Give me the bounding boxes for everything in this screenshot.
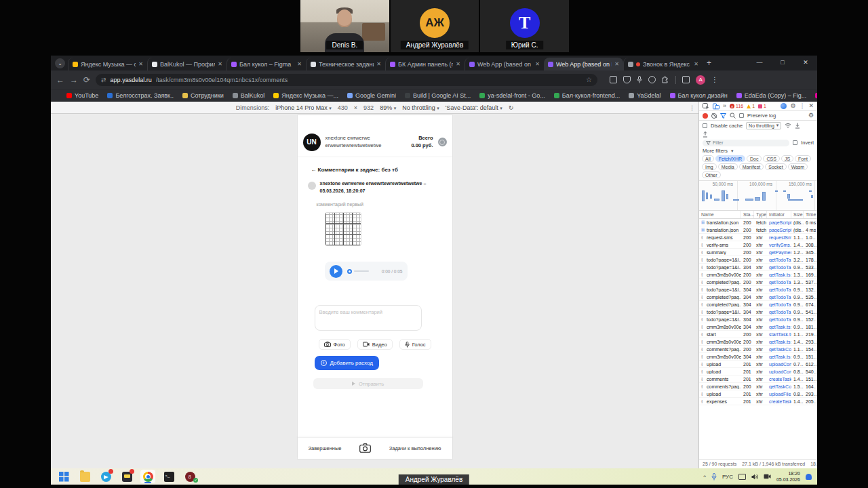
network-request-row[interactable]: start 200 xhr startTask.ts… 1.1… 219… [699,331,817,338]
throttling-select[interactable]: No throttling ▾ [402,104,439,111]
request-initiator[interactable]: getTodoTa… [767,317,791,322]
network-request-row[interactable]: cmm3m8s0v00e… 304 xhr getTask.ts:… 0.9… … [699,323,817,331]
browser-tab[interactable]: Web App (based on LiteF ✕ [465,58,544,70]
devtools-close-icon[interactable]: ✕ [808,103,814,109]
browser-tab[interactable]: Звонок в Яндекс Тел ✕ [623,58,703,70]
filter-chip[interactable]: Manifest [739,163,764,170]
network-request-row[interactable]: cmm3m8s0v00e… 200 xhr getTask.ts:… 1.3… … [699,271,817,279]
network-request-row[interactable]: completed?pag… 304 xhr getTodoTa… 0.9… 5… [699,293,817,301]
browser-tab[interactable]: Техническое задание: А ✕ [306,58,385,70]
record-icon[interactable] [703,113,708,119]
taskbar-app-button[interactable]: ✓ [56,470,71,483]
tab-close-icon[interactable]: ✕ [694,61,698,67]
network-request-row[interactable]: expenses 201 xhr createTask… 1.4… 205… [699,398,817,405]
participant-tile-initials[interactable]: T Юрий С. [480,0,569,52]
clock[interactable]: 18:20 05.03.2026 [776,470,800,483]
new-tab-button[interactable]: + [707,58,711,68]
request-initiator[interactable]: getPaymer… [767,250,791,255]
device-select[interactable]: iPhone 14 Pro Max ▾ [275,104,332,111]
sync-profile-icon[interactable] [781,103,787,109]
viewport-height-field[interactable]: 932 [363,104,374,111]
bookmark-item[interactable]: Белгосстрах. Заявк.. [107,92,174,99]
bookmark-item[interactable]: Build | Google AI St... [405,92,471,99]
preserve-log-checkbox[interactable] [739,113,744,118]
close-button[interactable]: ✕ [794,56,817,69]
taskbar-app-button[interactable]: ✓ [77,470,92,483]
browser-tab[interactable]: Бал кукол – Figma ✕ [226,58,306,70]
speaker-icon[interactable] [751,474,758,480]
column-name[interactable]: Name [699,211,741,218]
filter-chip[interactable]: Wasm [788,163,808,170]
bookmark-item[interactable]: YaSdelal [629,92,660,99]
filter-chip[interactable]: Other [702,171,721,178]
tab-close-icon[interactable]: ✕ [376,61,381,67]
bookmark-item[interactable]: Бал-кукол-frontend... [554,92,620,99]
browser-tab[interactable]: BalKukol — Профиль ✕ [147,58,226,70]
issues-badge[interactable]: 1 [758,104,766,108]
viewport-width-field[interactable]: 430 [338,104,348,111]
column-status[interactable]: Sta... [741,211,754,218]
back-arrow-icon[interactable]: ← [311,167,317,173]
zoom-select[interactable]: 89% ▾ [380,104,396,111]
network-request-row[interactable]: cmm3m8s0v00e… 200 xhr getTask.ts:… 1.4… … [699,338,817,346]
request-initiator[interactable]: getTodoTa… [767,280,791,285]
filter-chip[interactable]: CSS [763,155,779,162]
settings-gear-icon[interactable]: ⚙ [790,103,795,109]
network-request-row[interactable]: comments?pag… 200 xhr getTaskCo… 1.1… 15… [699,346,817,353]
network-request-row[interactable]: todo?page=1&l… 304 xhr getTodoTa… 0.9… 1… [699,316,817,323]
tab-close-icon[interactable]: ✕ [138,61,143,67]
bookmark-item[interactable]: ya-sdelal-front - Go... [479,92,545,99]
notifications-bell-icon[interactable] [806,474,812,480]
network-request-row[interactable]: comments 201 xhr createTask… 1.4… 151… [699,375,817,383]
reload-icon[interactable]: ⟳ [83,75,90,85]
clear-icon[interactable] [711,113,717,119]
bookmark-item[interactable]: GraphQL Playground [815,92,817,99]
site-info-icon[interactable]: ⇄ [101,77,106,83]
panels-overflow-icon[interactable]: » [723,103,726,109]
record-extension-icon[interactable] [648,76,656,83]
invert-checkbox[interactable] [793,140,797,145]
browser-tab[interactable]: Яндекс Музыка — соби ✕ [68,58,147,70]
request-initiator[interactable]: getTaskCo… [767,384,791,389]
request-initiator[interactable]: getTaskCo… [767,347,791,352]
back-icon[interactable]: ← [56,75,64,85]
taskbar-app-button[interactable]: ✓ [140,470,155,483]
bookmark-item[interactable]: Сотрудники [182,92,224,99]
request-initiator[interactable]: requestSm… [767,235,791,240]
request-initiator[interactable]: getTask.ts:… [767,354,791,359]
network-request-row[interactable]: summary 200 xhr getPaymer… 1.2… 345… [699,249,817,256]
voice-button[interactable]: Голос [399,339,431,350]
disable-cache-checkbox[interactable] [703,123,707,128]
network-request-row[interactable]: upload 201 xhr uploadCon… 0.7… 612… [699,361,817,368]
tab-close-icon[interactable]: ✕ [456,61,460,67]
inspect-icon[interactable] [703,103,709,110]
network-request-row[interactable]: translation.json 200 fetch pageScript (d… [699,226,817,234]
network-display-icon[interactable] [738,474,746,480]
browser-tab[interactable]: БК Админ панель (прос ✕ [385,58,465,70]
nav-todo[interactable]: Задачи к выполнению [389,445,441,451]
forward-icon[interactable]: → [70,75,78,85]
filter-chip[interactable]: Media [718,163,738,170]
network-overview-timeline[interactable]: 50,000 ms100,000 ms150,000 ms [699,181,817,211]
menu-icon[interactable]: ⋮ [711,76,718,83]
request-initiator[interactable]: pageScript [767,220,791,225]
camera-tab-icon[interactable] [359,443,371,453]
request-initiator[interactable]: getTask.ts:… [767,340,791,344]
filter-funnel-icon[interactable] [720,113,726,119]
user-avatar[interactable]: UN [303,134,321,151]
language-indicator[interactable]: РУС [722,474,733,480]
network-request-row[interactable]: request-sms 200 xhr requestSm… 1.1… 1.0… [699,234,817,241]
devtools-menu-icon[interactable]: ⋮ [799,103,805,109]
bookmark-item[interactable]: EdaEda (Copy) – Fig... [736,92,807,99]
audio-slider-track[interactable] [354,270,369,272]
network-request-row[interactable]: todo?page=1&l… 200 xhr getTodoTa… 3.2… 1… [699,256,817,264]
column-size[interactable]: Size [791,211,804,218]
browser-tab[interactable]: Web App (based on LiteF ✕ [544,58,623,70]
bookmark-item[interactable]: BalKukol [233,92,265,99]
taskbar-app-button[interactable]: ✓ [98,470,113,483]
nav-completed[interactable]: Завершенные [309,445,342,451]
bookmark-item[interactable]: Бал кукол дизайн [670,92,728,99]
request-initiator[interactable]: getTodoTa… [767,287,791,292]
comment-input[interactable] [315,305,422,331]
device-toolbar-icon[interactable] [713,103,719,110]
